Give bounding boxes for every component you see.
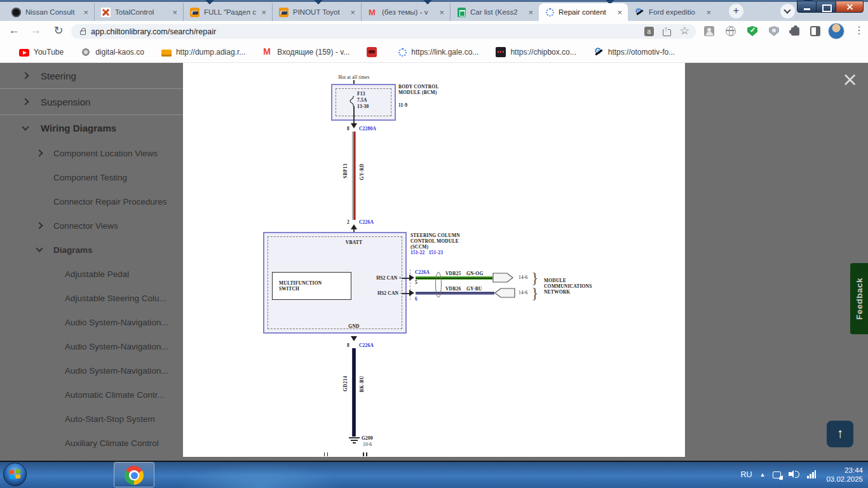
language-indicator[interactable]: RU xyxy=(740,470,752,479)
bookmark-favicon xyxy=(593,47,604,57)
maximize-button[interactable] xyxy=(817,1,836,13)
c226a-top-label[interactable]: C226A xyxy=(359,219,374,225)
signal-strength-icon[interactable] xyxy=(807,470,816,478)
profile-extension-icon[interactable] xyxy=(704,26,714,36)
bookmark-item[interactable] xyxy=(367,47,381,57)
multifunction-switch-box: MULTIFUNCTION SWITCH xyxy=(272,272,351,300)
bookmark-item[interactable]: Входящие (159) - v... xyxy=(262,47,349,57)
browser-tab[interactable]: Car list (Kess2 × xyxy=(450,3,539,21)
wire-vdb25-circuit: VDB25 xyxy=(445,271,461,276)
multifunction-switch-label: MULTIFUNCTION SWITCH xyxy=(279,280,330,292)
clock-time: 23:44 xyxy=(826,466,863,475)
sidebar-item[interactable]: Component Location Views xyxy=(0,141,183,165)
sidebar-item-label: Automatic Climate Contr... xyxy=(65,390,165,400)
sidebar-item[interactable]: Automatic Climate Contr... xyxy=(0,383,183,407)
tab-close-icon[interactable]: × xyxy=(526,8,535,17)
tab-close-icon[interactable]: × xyxy=(437,8,446,17)
tab-title: TotalControl xyxy=(115,8,170,16)
avatar[interactable] xyxy=(828,23,844,39)
c226a-bottom-label[interactable]: C226A xyxy=(359,342,374,348)
sidebar-item[interactable]: Audio System-Navigation... xyxy=(0,334,183,358)
bookmark-item[interactable]: https://otomotiv-fo... xyxy=(593,47,675,57)
share-icon[interactable] xyxy=(663,29,671,36)
sidebar-item-label: Adjustable Pedal xyxy=(65,269,129,279)
side-panel-icon[interactable] xyxy=(810,26,820,36)
sidebar-item-label: Audio System-Navigation... xyxy=(65,366,168,376)
wire-vdb26 xyxy=(416,292,494,295)
tab-close-icon[interactable]: × xyxy=(615,8,624,17)
sidebar-item[interactable]: Audio System-Navigation... xyxy=(0,310,183,334)
c226a-right-pin6: 6 xyxy=(415,296,417,302)
browser-tab[interactable]: Ford expeditio × xyxy=(628,3,717,21)
menu-dots-icon[interactable]: ⋮ xyxy=(854,24,864,36)
sidebar-item[interactable]: Suspension xyxy=(0,89,183,115)
sidebar-item[interactable]: Component Testing xyxy=(0,165,183,189)
tab-favicon xyxy=(546,8,554,17)
feedback-tab[interactable]: Feedback xyxy=(850,263,868,334)
ground-symbol xyxy=(353,442,356,444)
bookmark-item[interactable]: https://chipbox.co... xyxy=(496,47,576,57)
grey-shield-extension-icon[interactable] xyxy=(769,26,779,36)
bookmark-favicon xyxy=(19,49,29,57)
tab-search-button[interactable] xyxy=(780,4,795,18)
taskbar-clock[interactable]: 23:44 03.02.2025 xyxy=(826,466,863,484)
sidebar-item[interactable]: Audio System-Navigation... xyxy=(0,358,183,383)
browser-tab[interactable]: FULL "Раздел с × xyxy=(183,3,272,21)
sidebar-item[interactable]: Connector Views xyxy=(0,214,183,238)
back-button[interactable]: ← xyxy=(6,24,22,37)
puzzle-extensions-icon[interactable] xyxy=(791,27,799,36)
tab-close-icon[interactable]: × xyxy=(348,8,357,17)
c2280a-label[interactable]: C2280A xyxy=(359,126,376,132)
new-tab-button[interactable]: + xyxy=(729,4,743,18)
hot-at-all-times-label: Hot at all times xyxy=(322,74,386,80)
sidebar-item[interactable]: Steering xyxy=(0,63,183,89)
sidebar-item[interactable]: Adjustable Steering Colu... xyxy=(0,286,183,310)
hidden-icons-arrow[interactable]: ▲ xyxy=(759,471,765,478)
bookmark-item[interactable]: https://link.gale.co... xyxy=(398,48,478,57)
connector-arrow-icon xyxy=(409,274,414,281)
bookmark-label: https://otomotiv-fo... xyxy=(608,48,675,57)
sidebar-item[interactable]: Auto-Start-Stop System xyxy=(0,407,183,431)
modal-close-icon[interactable]: × xyxy=(842,68,858,90)
browser-tab[interactable]: PINOUT Toyot × xyxy=(272,3,361,21)
sidebar-item[interactable]: Diagrams xyxy=(0,238,183,262)
star-icon[interactable]: ☆ xyxy=(680,24,689,37)
sidebar-item[interactable]: Auxiliary Climate Control xyxy=(0,431,183,455)
bookmark-item[interactable]: digital-kaos.co xyxy=(81,47,144,57)
address-bar[interactable]: app.chiltonlibrary.com/search/repair a ☆ xyxy=(71,24,696,39)
lock-icon[interactable] xyxy=(80,30,86,35)
bookmark-item[interactable]: http://dump.adiag.r... xyxy=(161,48,245,57)
taskbar-chrome-button[interactable] xyxy=(114,462,154,487)
connector-arrow-icon xyxy=(351,336,357,341)
browser-tab[interactable]: Nissan Consult × xyxy=(5,3,94,21)
sidebar-item[interactable]: Connector Repair Procedures xyxy=(0,189,183,214)
close-window-button[interactable] xyxy=(836,1,864,13)
translate-icon[interactable]: a xyxy=(644,27,654,36)
forward-button[interactable]: → xyxy=(28,24,43,37)
green-shield-extension-icon[interactable] xyxy=(747,26,757,36)
tab-close-icon[interactable]: × xyxy=(259,8,268,17)
scroll-to-top-button[interactable]: ↑ xyxy=(827,421,853,447)
browser-tab[interactable]: Repair content × xyxy=(539,3,628,21)
brace-icon: } xyxy=(531,271,539,284)
tab-close-icon[interactable]: × xyxy=(170,8,179,17)
sidebar-item[interactable]: Adjustable Pedal xyxy=(0,262,183,286)
reload-button[interactable]: ↻ xyxy=(51,24,66,37)
tab-close-icon[interactable]: × xyxy=(704,8,713,17)
url-text[interactable]: app.chiltonlibrary.com/search/repair xyxy=(91,27,635,36)
c226a-right-label[interactable]: C226A xyxy=(415,269,430,275)
fuse-name: F13 xyxy=(357,91,365,97)
minimize-button[interactable] xyxy=(797,1,817,13)
tab-close-icon[interactable]: × xyxy=(81,8,90,17)
screen: Nissan Consult × TotalControl × FULL "Ра… xyxy=(0,0,868,488)
browser-tab[interactable]: TotalControl × xyxy=(94,3,183,21)
sidebar-item[interactable]: Wiring Diagrams xyxy=(0,115,183,141)
volume-icon[interactable] xyxy=(789,470,799,479)
start-button[interactable] xyxy=(3,462,27,487)
bookmark-item[interactable]: YouTube xyxy=(19,48,64,57)
browser-tab[interactable]: (без темы) - v × xyxy=(361,3,450,21)
sccm-page-refs[interactable]: 151-22 151-23 xyxy=(410,250,443,255)
network-icon[interactable] xyxy=(773,471,781,478)
globe-extension-icon[interactable] xyxy=(726,26,736,36)
wire-sbp13-circuit: SBP13 xyxy=(342,163,348,179)
